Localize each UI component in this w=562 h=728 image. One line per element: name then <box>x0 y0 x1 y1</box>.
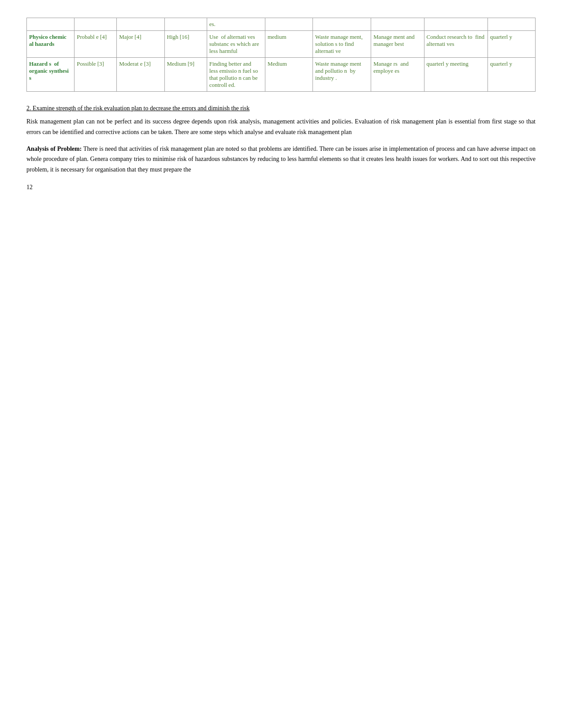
main-table-container: es. Physico chemic al hazards Probabl e … <box>26 18 536 92</box>
cell-medium-num: Medium [9] <box>164 58 207 92</box>
cell-high: High [16] <box>164 31 207 58</box>
table-row: Physico chemic al hazards Probabl e [4] … <box>27 31 536 58</box>
page-number: 12 <box>26 184 536 191</box>
cell-quarterly1: quarterl y <box>488 31 535 58</box>
section2: 2. Examine strength of the risk evaluati… <box>26 105 536 175</box>
cell-finding: Finding better and less emissio n fuel s… <box>207 58 265 92</box>
analysis-label: Analysis of Problem: <box>26 146 82 152</box>
section2-heading: 2. Examine strength of the risk evaluati… <box>26 105 536 112</box>
table-row: Hazard s of organic synthesi s Possible … <box>27 58 536 92</box>
cell-waste1: Waste manage ment, solution s to find al… <box>313 31 371 58</box>
cell-possible: Possible [3] <box>74 58 117 92</box>
section2-paragraph1: Risk management plan can not be perfect … <box>26 116 536 138</box>
cell-medium2: Medium <box>265 58 313 92</box>
section2-paragraph2: Analysis of Problem: There is need that … <box>26 144 536 175</box>
cell <box>265 18 313 31</box>
cell-quarterly3: quarterl y <box>488 58 535 92</box>
analysis-body: There is need that activities of risk ma… <box>26 146 536 173</box>
cell-hazard: Hazard s of organic synthesi s <box>27 58 74 92</box>
cell-moderate: Moderat e [3] <box>117 58 164 92</box>
cell <box>74 18 117 31</box>
cell <box>371 18 424 31</box>
cell <box>488 18 535 31</box>
cell-use: Use of alternati ves substanc es which a… <box>207 31 265 58</box>
cell-manage2: Manage rs and employe es <box>371 58 424 92</box>
cell-quarterly2: quarterl y meeting <box>424 58 488 92</box>
cell <box>27 18 74 31</box>
cell-manage1: Manage ment and manager best <box>371 31 424 58</box>
risk-table: es. Physico chemic al hazards Probabl e … <box>26 18 536 92</box>
cell <box>117 18 164 31</box>
cell-physico: Physico chemic al hazards <box>27 31 74 58</box>
cell-conduct: Conduct research to find alternati ves <box>424 31 488 58</box>
cell-waste2: Waste manage ment and pollutio n by indu… <box>313 58 371 92</box>
table-row: es. <box>27 18 536 31</box>
cell <box>313 18 371 31</box>
cell: es. <box>207 18 265 31</box>
cell <box>164 18 207 31</box>
cell-medium1: medium <box>265 31 313 58</box>
cell-probable: Probabl e [4] <box>74 31 117 58</box>
cell-major: Major [4] <box>117 31 164 58</box>
cell <box>424 18 488 31</box>
